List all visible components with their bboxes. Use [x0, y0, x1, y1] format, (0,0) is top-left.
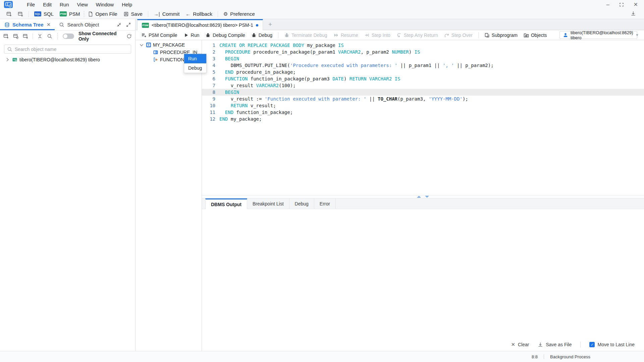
toolbar-separator: [33, 33, 33, 39]
chevron-down-icon[interactable]: [139, 42, 144, 48]
menu-edit[interactable]: Edit: [39, 1, 56, 8]
code-editor[interactable]: 1CREATE OR REPLACE PACKAGE BODY my_packa…: [202, 40, 644, 195]
tab-search-object[interactable]: Search Object: [55, 19, 103, 30]
context-menu-run[interactable]: Run: [184, 54, 206, 63]
subprogram-label: Subprogram: [492, 33, 518, 38]
preference-button[interactable]: ⚙ Preference: [220, 10, 258, 18]
menu-file[interactable]: File: [23, 1, 39, 8]
chevron-right-icon[interactable]: [5, 57, 10, 62]
output-tab-dbms-output[interactable]: DBMS Output: [205, 198, 247, 209]
step-any-return-button: Step Any Return: [393, 32, 441, 39]
close-tab-icon[interactable]: ✕: [47, 22, 51, 27]
subprogram-button[interactable]: Subprogram: [481, 32, 521, 39]
debug-button[interactable]: Debug: [248, 32, 275, 39]
show-connected-toggle[interactable]: [63, 34, 74, 39]
debug-label: Debug: [259, 33, 272, 38]
output-tab-breakpoint-list[interactable]: Breakpoint List: [247, 198, 289, 209]
window-controls: – ✕: [606, 1, 638, 8]
clear-button[interactable]: ✕ Clear: [511, 342, 529, 348]
line-number: 10: [202, 102, 219, 109]
code-text: v_result := 'Function executed with para…: [219, 96, 468, 102]
expand-panel-icon[interactable]: [126, 22, 131, 27]
new-sql-editor-button[interactable]: [3, 10, 15, 18]
output-tab-debug[interactable]: Debug: [289, 198, 314, 209]
expand-up-icon[interactable]: [417, 196, 421, 198]
tab-schema-tree[interactable]: Schema Tree ✕: [0, 19, 55, 30]
psm-editor-button[interactable]: PSM PSM: [57, 10, 83, 18]
connection-selector-label: tibero(TIBERO@localhost:8629) tibero: [571, 30, 633, 40]
code-editor-column: 1CREATE OR REPLACE PACKAGE BODY my_packa…: [202, 40, 644, 351]
code-line-12[interactable]: 12END my_package;: [202, 116, 644, 122]
debug-compile-button[interactable]: Debug Compile: [202, 32, 248, 39]
sql-editor-button[interactable]: SQL SQL: [31, 10, 57, 18]
tree-item-my-package[interactable]: MY_PACKAGE: [136, 41, 202, 49]
menu-run[interactable]: Run: [56, 1, 73, 8]
add-connection-icon[interactable]: [3, 34, 9, 39]
menu-bar: FileEditRunViewWindowHelp – ✕: [0, 0, 644, 9]
collapse-all-icon[interactable]: [37, 34, 43, 39]
objects-button[interactable]: Objects: [521, 32, 550, 39]
code-text: BEGIN: [219, 89, 239, 96]
open-file-label: Open File: [96, 11, 117, 17]
object-search-box: [4, 45, 131, 54]
code-line-4[interactable]: 4 DBMS_OUTPUT.PUT_LINE('Procedure execut…: [202, 62, 644, 69]
open-file-button[interactable]: Open File: [85, 10, 120, 18]
context-menu: Run Debug: [184, 54, 207, 73]
collapse-down-icon[interactable]: [425, 196, 429, 198]
code-line-3[interactable]: 3 BEGIN: [202, 55, 644, 62]
psm-compile-label: PSM Compile: [149, 33, 177, 38]
run-button[interactable]: Run: [180, 32, 203, 39]
new-tab-button[interactable]: +: [268, 21, 272, 28]
code-line-2[interactable]: 2 PROCEDURE procedure_in_package(p_param…: [202, 49, 644, 55]
close-editor-button[interactable]: [15, 10, 26, 18]
code-line-8[interactable]: 8 BEGIN: [202, 89, 644, 96]
code-line-5[interactable]: 5 END procedure_in_package;: [202, 69, 644, 75]
connection-tree-item[interactable]: tibero(TIBERO@localhost:8629) tibero: [0, 56, 135, 64]
export-button[interactable]: [631, 11, 636, 16]
tree-item-label: FUNCTION_: [160, 57, 187, 62]
search-object-input[interactable]: [15, 47, 128, 52]
code-line-11[interactable]: 11 END function_in_package;: [202, 109, 644, 116]
panel-splitter[interactable]: [202, 195, 644, 198]
modified-dot-icon: [256, 24, 258, 26]
code-line-10[interactable]: 10 RETURN v_result;: [202, 102, 644, 109]
connected-database-icon: [12, 57, 17, 62]
code-line-6[interactable]: 6 FUNCTION function_in_package(p_param3 …: [202, 75, 644, 82]
editor-tab-psm-1[interactable]: PSM <tibero(TIBERO@localhost:8629) tiber…: [137, 19, 263, 30]
menu-help[interactable]: Help: [118, 1, 136, 8]
run-label: Run: [191, 33, 200, 38]
refresh-icon[interactable]: [126, 34, 132, 39]
code-text: v_result VARCHAR2(100);: [219, 82, 296, 89]
line-number: 9: [202, 96, 219, 102]
maximize-icon[interactable]: [619, 2, 624, 7]
save-button[interactable]: Save: [120, 10, 146, 18]
output-tab-error[interactable]: Error: [314, 198, 336, 209]
save-as-file-button[interactable]: Save as File: [538, 342, 572, 347]
step-over-button: Step Over: [441, 32, 476, 39]
move-to-last-line-option[interactable]: ✓ Move to Last Line: [589, 342, 635, 347]
commit-button[interactable]: →| Commit: [151, 10, 183, 18]
reconnect-icon[interactable]: [13, 34, 18, 39]
psm-compile-button[interactable]: PSM Compile: [138, 32, 180, 39]
context-menu-debug[interactable]: Debug: [184, 63, 206, 73]
toolbar-separator: [478, 32, 479, 38]
run-icon: [183, 33, 189, 38]
search-tree-icon[interactable]: [47, 34, 52, 39]
user-icon: [563, 33, 568, 38]
menu-window[interactable]: Window: [92, 1, 118, 8]
checkbox-checked-icon[interactable]: ✓: [589, 342, 595, 347]
search-icon: [7, 47, 12, 52]
procedure-icon: [153, 50, 158, 55]
collapse-panel-icon[interactable]: [116, 22, 122, 27]
menu-view[interactable]: View: [73, 1, 92, 8]
rollback-button[interactable]: ← Rollback: [182, 10, 215, 18]
close-icon[interactable]: ✕: [634, 1, 638, 8]
code-line-7[interactable]: 7 v_result VARCHAR2(100);: [202, 82, 644, 89]
output-tabs: DBMS OutputBreakpoint ListDebugError: [202, 198, 644, 209]
code-line-1[interactable]: 1CREATE OR REPLACE PACKAGE BODY my_packa…: [202, 42, 644, 49]
code-line-9[interactable]: 9 v_result := 'Function executed with pa…: [202, 96, 644, 102]
resume-label: Resume: [341, 33, 358, 38]
connection-selector[interactable]: tibero(TIBERO@localhost:8629) tibero ▼: [559, 31, 637, 39]
minimize-icon[interactable]: –: [606, 2, 609, 8]
disconnect-icon[interactable]: [23, 34, 28, 39]
